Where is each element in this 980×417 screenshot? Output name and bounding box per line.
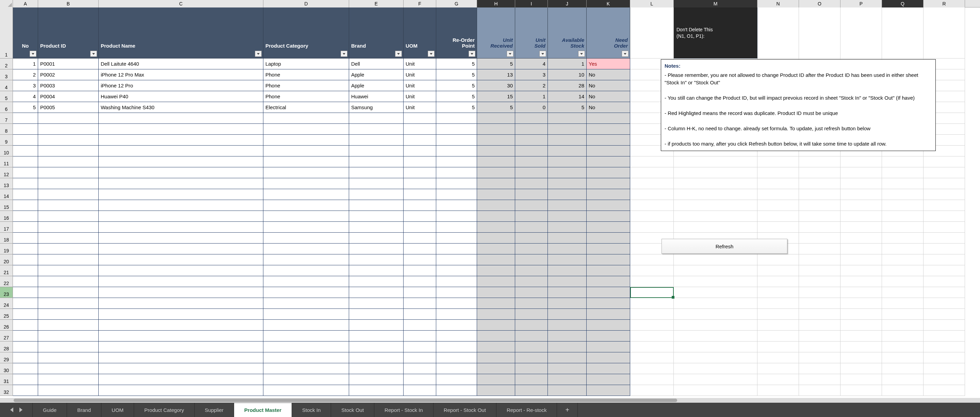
- filter-icon[interactable]: [395, 51, 402, 57]
- cell[interactable]: [924, 363, 965, 374]
- cell[interactable]: [436, 309, 477, 320]
- cell[interactable]: [882, 341, 924, 352]
- cell[interactable]: [548, 178, 587, 189]
- filter-icon[interactable]: [30, 51, 37, 57]
- cell[interactable]: [436, 113, 477, 124]
- cell[interactable]: [515, 200, 548, 211]
- cell[interactable]: [263, 385, 349, 396]
- cell[interactable]: [630, 341, 674, 352]
- cell[interactable]: [436, 265, 477, 276]
- cell[interactable]: [840, 385, 882, 396]
- cell[interactable]: [477, 113, 515, 124]
- row-header[interactable]: 30: [0, 363, 13, 374]
- cell[interactable]: [674, 352, 757, 363]
- cell[interactable]: [99, 124, 263, 135]
- cell[interactable]: [13, 265, 38, 276]
- cell[interactable]: [99, 244, 263, 254]
- row-header[interactable]: 15: [0, 200, 13, 211]
- cell-Q1[interactable]: [882, 8, 924, 59]
- cell[interactable]: [263, 331, 349, 341]
- cell[interactable]: [587, 374, 630, 385]
- cell[interactable]: [436, 352, 477, 363]
- cell[interactable]: [99, 298, 263, 309]
- cell[interactable]: [13, 178, 38, 189]
- cell[interactable]: [515, 222, 548, 233]
- cell[interactable]: [263, 135, 349, 146]
- cell[interactable]: [799, 157, 840, 167]
- cell[interactable]: [630, 200, 674, 211]
- cell[interactable]: [587, 135, 630, 146]
- cell[interactable]: [38, 254, 99, 265]
- filter-icon[interactable]: [539, 51, 546, 57]
- cell[interactable]: [924, 352, 965, 363]
- cell[interactable]: [477, 298, 515, 309]
- cell[interactable]: [924, 287, 965, 298]
- cell[interactable]: [404, 157, 436, 167]
- cell[interactable]: [404, 320, 436, 331]
- cell[interactable]: [799, 363, 840, 374]
- cell[interactable]: [349, 320, 404, 331]
- row-header[interactable]: 2: [0, 59, 13, 70]
- cell[interactable]: [263, 341, 349, 352]
- cell[interactable]: [38, 211, 99, 222]
- cell[interactable]: [587, 265, 630, 276]
- row-header[interactable]: 29: [0, 352, 13, 363]
- hdr-dont-delete[interactable]: Don't Delete This (N1, O1, P1):: [674, 8, 757, 59]
- cell[interactable]: [99, 233, 263, 244]
- cell[interactable]: [548, 146, 587, 157]
- cell[interactable]: [882, 178, 924, 189]
- cell[interactable]: [404, 309, 436, 320]
- cell[interactable]: [799, 265, 840, 276]
- cell[interactable]: [13, 157, 38, 167]
- cell[interactable]: [548, 135, 587, 146]
- cell[interactable]: [263, 320, 349, 331]
- cell[interactable]: [515, 157, 548, 167]
- cell[interactable]: [263, 222, 349, 233]
- cell[interactable]: [404, 189, 436, 200]
- cell[interactable]: [404, 363, 436, 374]
- row-header[interactable]: 24: [0, 298, 13, 309]
- cell[interactable]: [840, 265, 882, 276]
- col-D[interactable]: D: [263, 0, 349, 8]
- cell-L1[interactable]: [630, 8, 674, 59]
- cell[interactable]: [404, 331, 436, 341]
- cell[interactable]: [674, 331, 757, 341]
- cell[interactable]: [882, 167, 924, 178]
- cell[interactable]: [477, 222, 515, 233]
- cell[interactable]: [799, 200, 840, 211]
- cell[interactable]: [349, 124, 404, 135]
- cell[interactable]: [515, 352, 548, 363]
- row-header[interactable]: 20: [0, 254, 13, 265]
- cell[interactable]: [840, 276, 882, 287]
- cell[interactable]: [436, 320, 477, 331]
- sheet-tab[interactable]: Report - Re-stock: [496, 403, 557, 417]
- cell[interactable]: [924, 167, 965, 178]
- cell[interactable]: [13, 385, 38, 396]
- col-E[interactable]: E: [349, 0, 404, 8]
- cell[interactable]: [13, 276, 38, 287]
- cell[interactable]: 5: [436, 91, 477, 102]
- cell[interactable]: [349, 222, 404, 233]
- cell[interactable]: [924, 200, 965, 211]
- cell[interactable]: [548, 276, 587, 287]
- cell[interactable]: [13, 331, 38, 341]
- cell[interactable]: [515, 233, 548, 244]
- cell[interactable]: [924, 233, 965, 244]
- cell[interactable]: [882, 233, 924, 244]
- cell[interactable]: [548, 352, 587, 363]
- cell[interactable]: [263, 146, 349, 157]
- cell[interactable]: Phone: [263, 80, 349, 91]
- cell[interactable]: [587, 385, 630, 396]
- cell[interactable]: [674, 309, 757, 320]
- cell[interactable]: 0: [515, 102, 548, 113]
- cell[interactable]: [799, 254, 840, 265]
- sheet-tab[interactable]: UOM: [102, 403, 134, 417]
- col-F[interactable]: F: [404, 0, 436, 8]
- cell[interactable]: [882, 211, 924, 222]
- cell[interactable]: [477, 265, 515, 276]
- cell[interactable]: [436, 363, 477, 374]
- cell[interactable]: [548, 309, 587, 320]
- cell[interactable]: [587, 254, 630, 265]
- cell[interactable]: [515, 254, 548, 265]
- cell[interactable]: [515, 331, 548, 341]
